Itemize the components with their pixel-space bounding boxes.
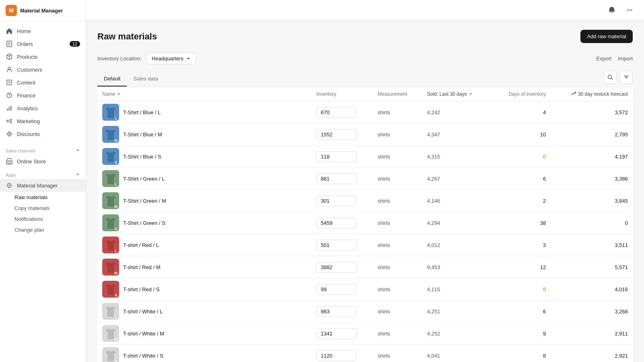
product-cell: S T-Shirt / Green / S — [102, 214, 307, 231]
svg-rect-18 — [6, 161, 12, 164]
product-name: T-Shirt / Green / L — [123, 176, 165, 182]
product-cell: L T-shirt / Red / L — [102, 237, 307, 253]
sidebar-item-label: Products — [17, 54, 37, 60]
sidebar-item-online-store[interactable]: Online Store — [0, 155, 86, 168]
page-title: Raw materials — [97, 31, 157, 42]
sub-nav-change-plan[interactable]: Change plan — [0, 224, 86, 235]
svg-line-5 — [7, 55, 9, 56]
location-dropdown[interactable]: Headquarters — [147, 53, 196, 64]
table-row: S T-shirt / White / S shirts 4,041 8 2,9… — [97, 345, 633, 362]
table-row: M T-shirt / Red / M shirts 9,453 12 5,57… — [97, 256, 633, 278]
sold-value: 4,041 — [427, 353, 440, 359]
measurement-value: shirts — [378, 331, 390, 337]
sort-icon — [623, 74, 629, 80]
store-icon — [6, 158, 13, 165]
table-row: S T-Shirt / Blue / S shirts 4,315 0 4,19… — [97, 146, 633, 168]
inventory-input[interactable] — [316, 151, 357, 162]
forecast-value: 0 — [625, 220, 628, 226]
add-raw-material-button[interactable]: Add raw material — [580, 30, 633, 43]
product-name: T-Shirt / Blue / L — [123, 109, 161, 115]
sold-filter-dropdown[interactable]: Sold: Last 30 days — [427, 91, 487, 97]
export-button[interactable]: Export — [597, 56, 612, 62]
sidebar-item-material-manager[interactable]: Material Manager — [0, 179, 86, 192]
table-row: L T-Shirt / Green / L shirts 4,267 6 3,3… — [97, 168, 633, 190]
sidebar-item-home[interactable]: Home — [0, 25, 86, 37]
inventory-input[interactable] — [316, 173, 357, 184]
sub-nav-raw-materials[interactable]: Raw materials — [0, 192, 86, 203]
product-cell: M T-shirt / White / M — [102, 325, 307, 342]
name-sort-button[interactable]: Name — [102, 91, 307, 97]
product-name: T-shirt / Red / S — [123, 286, 159, 292]
product-cell: S T-Shirt / Blue / S — [102, 148, 307, 165]
svg-text:S: S — [115, 160, 117, 165]
forecast-value: 5,571 — [615, 264, 628, 270]
sold-value: 9,453 — [427, 264, 440, 270]
apps-section: Apps — [0, 168, 86, 179]
svg-text:L: L — [115, 183, 117, 187]
inventory-input[interactable] — [316, 107, 357, 118]
sidebar-item-marketing[interactable]: Marketing — [0, 115, 86, 128]
svg-text:M: M — [114, 271, 118, 275]
sort-button[interactable] — [620, 71, 633, 84]
sidebar-item-products[interactable]: Products — [0, 50, 86, 63]
sidebar-item-label: Home — [17, 28, 31, 34]
forecast-header: 30 day restock forecast — [555, 91, 628, 97]
notification-button[interactable] — [605, 4, 618, 16]
sidebar-item-finance[interactable]: Finance — [0, 89, 86, 102]
measurement-header: Measurement — [373, 87, 422, 101]
svg-rect-8 — [7, 80, 12, 85]
product-thumbnail: S — [102, 347, 119, 362]
app-icon: M — [6, 5, 17, 16]
sub-navigation: Raw materials Copy materials Notificatio… — [0, 192, 86, 235]
inventory-input[interactable] — [316, 284, 357, 295]
days-value: 0 — [543, 286, 546, 292]
sidebar-item-orders[interactable]: Orders 12 — [0, 37, 86, 50]
svg-point-23 — [9, 187, 10, 188]
svg-rect-12 — [7, 109, 8, 111]
sort-asc-icon — [117, 92, 121, 96]
svg-text:L: L — [115, 315, 117, 319]
inventory-input[interactable] — [316, 328, 357, 339]
measurement-value: shirts — [378, 220, 390, 226]
search-icon — [607, 74, 613, 80]
product-cell: S T-shirt / White / S — [102, 347, 307, 362]
material-manager-icon — [6, 182, 13, 189]
sidebar-item-label: Online Store — [17, 158, 46, 165]
sidebar-item-content[interactable]: Content — [0, 76, 86, 89]
inventory-input[interactable] — [316, 350, 357, 361]
sold-value: 4,315 — [427, 154, 440, 160]
sidebar-item-label: Finance — [17, 93, 35, 99]
table-container: Name Inventory Measurement Sold: Last 30… — [97, 87, 633, 362]
sidebar-item-customers[interactable]: Customers — [0, 63, 86, 76]
product-cell: M T-shirt / Red / M — [102, 259, 307, 276]
import-button[interactable]: Import — [618, 56, 633, 62]
table-row: S T-Shirt / Green / S shirts 4,294 38 0 — [97, 212, 633, 234]
tab-default[interactable]: Default — [97, 72, 127, 86]
inventory-input[interactable] — [316, 262, 357, 273]
days-header: Days of inventory — [491, 87, 551, 101]
sub-nav-notifications[interactable]: Notifications — [0, 214, 86, 224]
svg-text:M: M — [114, 337, 118, 341]
sidebar-item-discounts[interactable]: Discounts — [0, 128, 86, 140]
search-button[interactable] — [604, 71, 617, 84]
more-options-button[interactable] — [623, 4, 636, 16]
sub-nav-copy-materials[interactable]: Copy materials — [0, 203, 86, 214]
product-thumbnail: L — [102, 303, 119, 320]
svg-line-28 — [611, 78, 613, 80]
sidebar-item-label: Customers — [17, 67, 42, 73]
table-row: M T-Shirt / Blue / M shirts 4,347 10 2,7… — [97, 123, 633, 146]
inventory-input[interactable] — [316, 306, 357, 317]
inventory-input[interactable] — [316, 240, 357, 251]
measurement-value: shirts — [378, 109, 390, 115]
forecast-value: 3,268 — [615, 309, 628, 315]
sold-value: 4,267 — [427, 176, 440, 182]
table-row: S T-shirt / Red / S shirts 4,115 0 4,016 — [97, 278, 633, 300]
svg-text:S: S — [115, 227, 117, 231]
sidebar-item-analytics[interactable]: Analytics — [0, 102, 86, 115]
discounts-icon — [6, 130, 13, 138]
tab-sales-data[interactable]: Sales data — [127, 72, 164, 86]
inventory-input[interactable] — [316, 129, 357, 140]
inventory-input[interactable] — [316, 218, 357, 228]
inventory-input[interactable] — [316, 195, 357, 206]
forecast-value: 2,911 — [615, 331, 628, 337]
